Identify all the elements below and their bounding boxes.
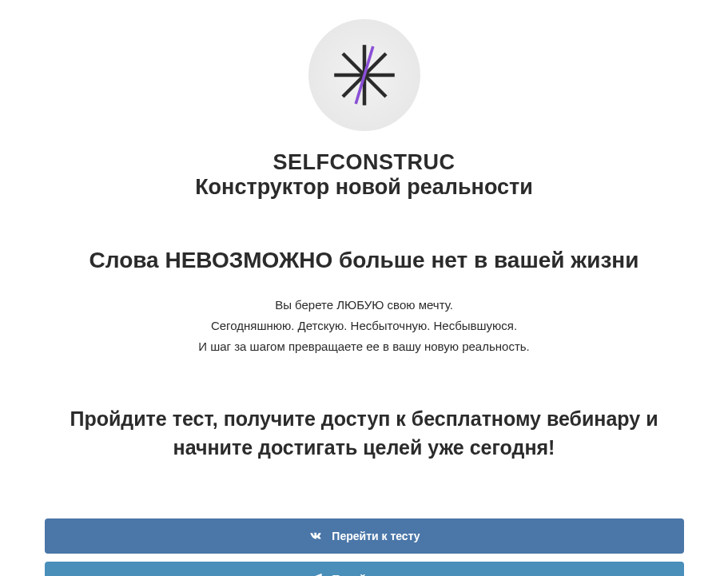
body-line-2: Сегодняшнюю. Детскую. Несбыточную. Несбы… — [211, 316, 517, 336]
telegram-button-label: Перейти к тесту — [332, 573, 420, 577]
page-container: SELFCONSTRUC Конструктор новой реальност… — [0, 0, 728, 576]
telegram-icon — [308, 571, 324, 577]
vk-icon — [308, 528, 324, 544]
brand-subtitle: Конструктор новой реальности — [195, 175, 533, 200]
brand-logo — [308, 19, 420, 131]
vk-button-label: Перейти к тесту — [332, 530, 420, 542]
brand-name: SELFCONSTRUC — [273, 150, 455, 175]
buttons-container: Перейти к тесту Перейти к тесту — [45, 518, 684, 577]
telegram-button[interactable]: Перейти к тесту — [45, 562, 684, 577]
vk-button[interactable]: Перейти к тесту — [45, 518, 684, 554]
cta-heading: Пройдите тест, получите доступ к бесплат… — [32, 404, 696, 463]
headline: Слова НЕВОЗМОЖНО больше нет в вашей жизн… — [90, 248, 639, 273]
body-line-1: Вы берете ЛЮБУЮ свою мечту. — [275, 296, 453, 315]
asterisk-icon — [328, 39, 400, 111]
body-line-3: И шаг за шагом превращаете ее в вашу нов… — [198, 337, 529, 356]
